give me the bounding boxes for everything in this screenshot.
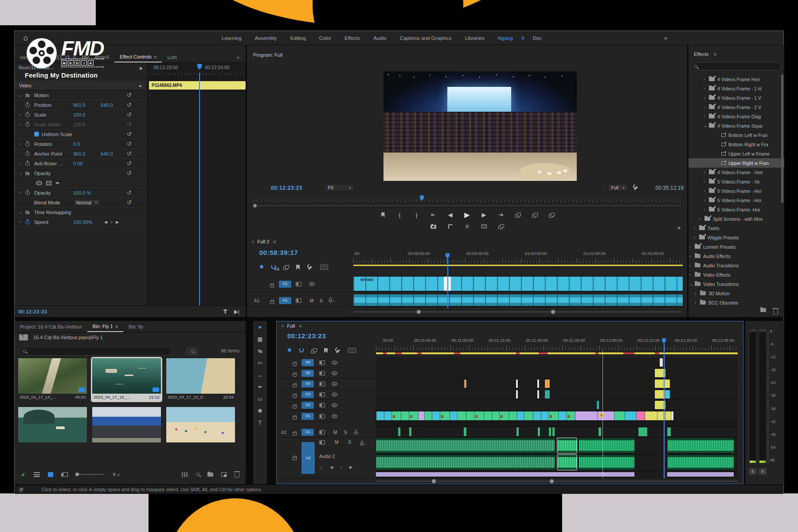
clip[interactable] [517,411,524,420]
solo-button[interactable]: S [344,430,347,434]
clip[interactable] [638,427,647,436]
ec-row-blend-mode[interactable]: Blend ModeNormal∨↺ [15,198,147,207]
voiceover-mic-icon[interactable] [361,441,363,444]
full2-timecode[interactable]: 00:58:39:17 [259,249,298,256]
effects-tree-item-upper-left-w-frame[interactable]: Upper Left w Frame [688,149,784,158]
full-track-header-a1[interactable]: A1A1MS [277,427,376,438]
chevron-icon[interactable]: › [19,219,25,224]
clip[interactable] [545,379,550,388]
effects-tree-item-audio-effects[interactable]: ›Audio Effects [688,251,784,261]
chevron-icon[interactable]: › [689,244,695,249]
reset-parameter-icon[interactable]: ↺ [127,160,132,167]
monitor-settings-icon[interactable] [633,185,638,190]
ec-row-scale-width[interactable]: ›Scale Width100.0↺ [15,120,147,129]
clip-thumbnail[interactable] [92,407,161,442]
chevron-icon[interactable]: › [704,188,709,193]
chevron-icon[interactable]: ⌄ [19,171,25,176]
source-patch-icon[interactable] [319,371,325,376]
clip-thumbnail[interactable] [166,358,235,394]
effects-tree-item-split-screens-with-mov[interactable]: ›Split Screens - with Mov [688,214,784,223]
clip[interactable] [516,390,518,399]
blend-mode-select[interactable]: Normal∨ [73,199,101,206]
ec-row-motion[interactable]: ⌄fxMotion↺ [15,90,147,100]
effects-tree-item-5-videos-frame-hor[interactable]: ›5 Videos Frame -Hor [688,205,784,214]
audio-clip[interactable] [557,438,577,453]
chevron-icon[interactable]: › [704,105,709,110]
clip[interactable] [458,411,466,420]
list-view-button[interactable] [34,472,40,477]
chevron-icon[interactable]: › [704,179,709,184]
clip[interactable] [384,411,392,420]
mute-button[interactable]: M [335,440,338,445]
panel-menu-icon[interactable]: ≡ [273,239,276,244]
clip[interactable] [409,411,419,420]
lane-playhead[interactable] [199,73,200,305]
panel-menu-icon[interactable]: ≡ [154,54,156,59]
effects-tree-item-5-videos-frame-hoi[interactable]: ›5 Videos Frame - Hoi [688,196,784,205]
lock-icon[interactable] [270,284,274,287]
effects-tree-item-lumetri-presets[interactable]: ›Lumetri Presets [688,242,784,251]
project-search-input[interactable] [19,347,172,356]
stopwatch-icon[interactable] [25,220,30,224]
effects-tree-item-wiggle-presets[interactable]: ›Wiggle Presets [688,233,784,242]
lock-icon[interactable] [293,384,297,387]
chevron-icon[interactable]: › [689,254,695,258]
source-patch-icon[interactable] [319,403,325,407]
full-hscrollbar[interactable] [376,479,738,483]
clip[interactable] [450,411,458,420]
clip[interactable] [667,427,671,436]
solo-button[interactable]: S [320,298,323,303]
full2-playhead[interactable] [447,253,448,308]
snap-toggle[interactable] [299,346,304,354]
full-lane-a2-keyframes[interactable] [376,471,738,478]
lane-clip-bar[interactable]: P1145662.MP4 [149,81,246,90]
mark-out-button[interactable]: } [413,211,420,218]
workspace-tab-assembly[interactable]: Assembly [248,35,284,41]
solo-button[interactable]: S [749,468,757,475]
effects-tree-item-audio-transitions[interactable]: ›Audio Transitions [688,261,784,270]
param-value[interactable]: 960.0 [73,151,101,156]
play-button[interactable]: ▶ [464,211,471,219]
track-chip-a1[interactable]: A1 [301,429,314,436]
marker-button[interactable] [324,346,328,354]
clip[interactable] [516,379,518,388]
creative-cloud-icon[interactable]: ↺ [18,487,24,493]
full-lane-a1[interactable] [376,427,738,438]
source-patch-icon[interactable] [319,414,325,419]
search-filter-button[interactable] [187,347,198,356]
source-patch-icon[interactable] [319,392,325,397]
chevron-icon[interactable]: › [695,291,700,296]
workspace-tab-d-c[interactable]: Dọc [526,35,548,41]
button-editor-plus[interactable]: + [677,224,681,231]
clip[interactable] [665,390,670,399]
lock-icon[interactable] [293,374,297,377]
chevron-icon[interactable]: › [695,300,700,305]
solo-button[interactable]: S [348,440,351,445]
full-track-header-v3[interactable]: V3 [277,390,376,400]
lane-playhead-pin[interactable] [197,64,202,70]
kfNext-icon[interactable]: ▶ [116,220,119,224]
scroll-handle[interactable] [551,310,555,314]
full-track-header-v1[interactable]: V1 [277,411,376,422]
clip[interactable] [492,411,500,420]
workspace-overflow-icon[interactable]: » [664,35,667,41]
ec-row-opacity[interactable]: ⌄fxOpacity↺ [15,168,147,178]
multicam-view-button[interactable] [481,224,488,228]
program-zoom-bar[interactable] [253,204,681,207]
keyframe-dot-icon[interactable]: ○ [340,465,342,469]
track-output-eye-icon[interactable] [309,282,315,286]
full2-track-header-a1[interactable]: A1 A1 M S [247,294,353,307]
program-scrubber[interactable] [253,196,681,202]
clip[interactable] [419,411,425,420]
clip[interactable] [401,411,409,420]
clip[interactable] [559,411,567,420]
mask-pen-icon[interactable]: ✒ [55,180,60,186]
clip[interactable] [537,379,539,388]
uniform-scale-checkbox[interactable]: ✓ [34,132,39,137]
clip[interactable] [549,427,551,436]
param-value[interactable]: 100.0 [73,122,101,127]
track-output-eye-icon[interactable] [332,382,337,386]
chevron-icon[interactable]: ⌄ [19,210,25,215]
clip[interactable] [398,427,400,436]
clip[interactable] [625,411,637,420]
